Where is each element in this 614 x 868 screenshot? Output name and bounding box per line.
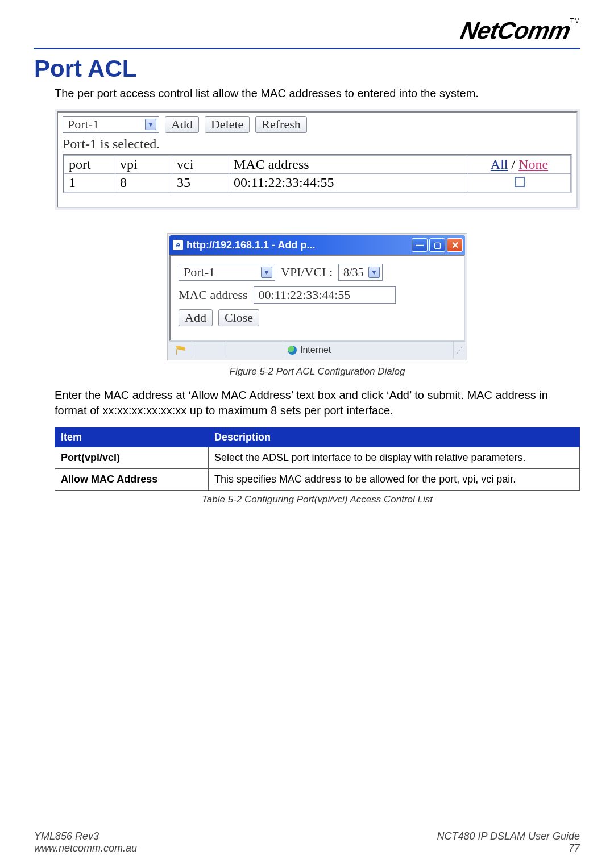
col-vci: vci: [172, 156, 229, 174]
acl-table: port vpi vci MAC address All / None 1 8 …: [63, 154, 572, 193]
sep: /: [508, 157, 519, 172]
footer-left: YML856 Rev3 www.netcomm.com.au: [34, 830, 137, 854]
item-cell: Port(vpi/vci): [55, 447, 209, 469]
screenshot-dialog: e http://192.168.1.1 - Add p... — ▢ ✕ Po…: [167, 233, 467, 360]
select-all-link[interactable]: All: [491, 157, 508, 172]
vpivci-select[interactable]: 8/35 ▼: [338, 264, 383, 281]
table-caption: Table 5-2 Configuring Port(vpi/vci) Acce…: [55, 494, 580, 505]
chevron-down-icon: ▼: [261, 267, 272, 278]
add-button[interactable]: Add: [165, 116, 199, 133]
status-text: Port-1 is selected.: [63, 136, 572, 152]
table-row: Port(vpi/vci) Select the ADSL port inter…: [55, 447, 580, 469]
status-icon-cell: [169, 342, 192, 358]
cell-mac: 00:11:22:33:44:55: [229, 174, 468, 192]
dialog-port-select-value: Port-1: [184, 265, 215, 280]
select-none-link[interactable]: None: [518, 157, 548, 172]
dialog-titlebar: e http://192.168.1.1 - Add p... — ▢ ✕: [169, 235, 465, 255]
table-row: Allow MAC Address This specifies MAC add…: [55, 469, 580, 491]
zone-label: Internet: [300, 345, 331, 355]
col-vpi: vpi: [115, 156, 172, 174]
ie-flag-icon: [176, 346, 185, 355]
description-table: Item Description Port(vpi/vci) Select th…: [55, 427, 580, 491]
resize-grip-icon: ⋰: [454, 346, 465, 354]
desc-cell: Select the ADSL port interface to be dis…: [209, 447, 580, 469]
status-bar: Internet ⋰: [169, 341, 465, 358]
vpivci-value: 8/35: [343, 266, 364, 279]
security-zone: Internet: [283, 342, 454, 358]
minimize-button[interactable]: —: [412, 238, 428, 252]
row-checkbox[interactable]: [515, 177, 525, 187]
table-row: 1 8 35 00:11:22:33:44:55: [64, 174, 571, 192]
desc-table-header: Item Description: [55, 428, 580, 447]
chevron-down-icon: ▼: [368, 267, 380, 278]
dialog-port-select[interactable]: Port-1 ▼: [179, 264, 275, 281]
col-mac: MAC address: [229, 156, 468, 174]
delete-button[interactable]: Delete: [205, 116, 250, 133]
mac-label: MAC address: [179, 288, 248, 302]
refresh-button[interactable]: Refresh: [255, 116, 306, 133]
doc-revision: YML856 Rev3: [34, 830, 137, 842]
dialog-body: Port-1 ▼ VPI/VCI : 8/35 ▼ MAC address 00…: [169, 255, 465, 341]
screenshot-main-panel: Port-1 ▼ Add Delete Refresh Port-1 is se…: [55, 109, 580, 210]
cell-vci: 35: [172, 174, 229, 192]
desc-cell: This specifies MAC address to be allowed…: [209, 469, 580, 491]
col-select: All / None: [468, 156, 571, 174]
brand-name: NetComm: [458, 17, 572, 44]
brand-logo-row: NetComm TM: [34, 17, 580, 44]
doc-guide-name: NCT480 IP DSLAM User Guide: [437, 830, 580, 842]
col-port: port: [64, 156, 115, 174]
close-window-button[interactable]: ✕: [447, 238, 463, 252]
mac-input[interactable]: 00:11:22:33:44:55: [254, 286, 396, 304]
dialog-title: http://192.168.1.1 - Add p...: [186, 239, 315, 251]
maximize-button[interactable]: ▢: [429, 238, 445, 252]
vpivci-label: VPI/VCI :: [281, 265, 333, 280]
page-footer: YML856 Rev3 www.netcomm.com.au NCT480 IP…: [34, 830, 580, 854]
cell-checkbox: [468, 174, 571, 192]
ie-icon: e: [173, 240, 183, 250]
brand-logo: NetComm: [458, 17, 573, 44]
instruction-text: Enter the MAC address at ‘Allow MAC Addr…: [55, 388, 580, 418]
dialog-add-button[interactable]: Add: [179, 309, 213, 326]
mac-input-value: 00:11:22:33:44:55: [259, 288, 351, 302]
cell-port: 1: [64, 174, 115, 192]
toolbar: Port-1 ▼ Add Delete Refresh: [63, 116, 572, 133]
figure-caption: Figure 5-2 Port ACL Configuration Dialog: [55, 366, 580, 377]
status-cell: [226, 342, 283, 358]
page-title: Port ACL: [34, 55, 580, 82]
dialog-close-button[interactable]: Close: [218, 309, 259, 326]
header-rule: [34, 48, 580, 49]
page-number: 77: [437, 842, 580, 854]
header-item: Item: [55, 428, 209, 447]
doc-url: www.netcomm.com.au: [34, 842, 137, 854]
chevron-down-icon: ▼: [145, 119, 156, 130]
status-cell: [192, 342, 226, 358]
port-select[interactable]: Port-1 ▼: [63, 116, 159, 133]
cell-vpi: 8: [115, 174, 172, 192]
port-select-value: Port-1: [68, 117, 99, 132]
item-cell: Allow MAC Address: [55, 469, 209, 491]
globe-icon: [288, 346, 297, 355]
intro-text: The per port access control list allow t…: [55, 87, 580, 100]
header-desc: Description: [209, 428, 580, 447]
table-header-row: port vpi vci MAC address All / None: [64, 156, 571, 174]
footer-right: NCT480 IP DSLAM User Guide 77: [437, 830, 580, 854]
